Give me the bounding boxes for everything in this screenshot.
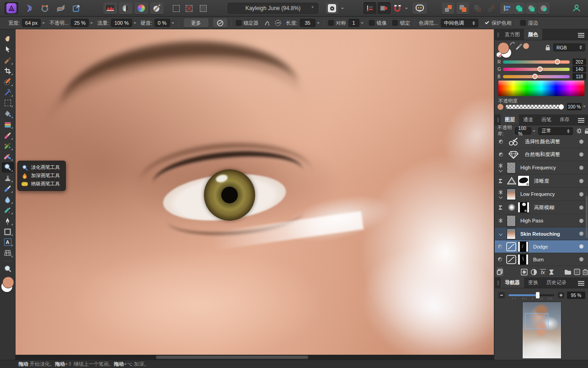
tab-channels[interactable]: 通道 bbox=[519, 114, 537, 125]
adjustment-layer-button[interactable] bbox=[530, 269, 537, 276]
layer-mask-thumbnail[interactable] bbox=[518, 254, 529, 265]
lock-icon[interactable] bbox=[545, 44, 551, 51]
liquify-persona-icon[interactable] bbox=[22, 2, 36, 14]
select-all-marquee-icon[interactable] bbox=[170, 2, 182, 14]
tab-layers[interactable]: 图层 bbox=[501, 114, 519, 125]
zoom-out-button[interactable] bbox=[498, 292, 505, 298]
layer-thumbnail[interactable] bbox=[518, 202, 529, 213]
blend-mode-select[interactable]: 正常 bbox=[538, 127, 573, 135]
flood-select-tool[interactable] bbox=[2, 87, 14, 97]
tab-history[interactable]: 历史记录 bbox=[542, 277, 571, 288]
move-backward-icon[interactable] bbox=[471, 2, 484, 14]
auto-contrast-icon[interactable] bbox=[119, 2, 133, 14]
symmetry-value[interactable]: 1 bbox=[348, 19, 359, 27]
move-tool[interactable] bbox=[2, 44, 14, 54]
hardness-dropdown-icon[interactable] bbox=[171, 22, 174, 24]
snapping-magnet-icon[interactable] bbox=[391, 2, 403, 14]
auto-levels-icon[interactable] bbox=[103, 2, 117, 14]
assistant-robot-icon[interactable] bbox=[412, 2, 427, 14]
boolean-add-icon[interactable] bbox=[513, 2, 525, 14]
layer-visibility-toggle[interactable] bbox=[579, 166, 583, 170]
layer-row-skin-retouching[interactable]: Skin Retouching bbox=[495, 227, 588, 240]
layers-panel-menu-icon[interactable] bbox=[578, 118, 584, 123]
marquee-selection-tool[interactable] bbox=[2, 98, 14, 108]
brush-settings-button[interactable] bbox=[213, 18, 227, 27]
erase-brush-tool[interactable] bbox=[2, 152, 14, 162]
tab-brushes[interactable]: 画笔 bbox=[537, 114, 556, 125]
layer-thumbnail[interactable] bbox=[507, 228, 516, 239]
layer-visibility-toggle[interactable] bbox=[579, 232, 583, 236]
length-value[interactable]: 35 bbox=[300, 19, 315, 27]
colour-mode-select[interactable]: RGB bbox=[553, 43, 585, 51]
colour-panel-menu-icon[interactable] bbox=[578, 33, 584, 38]
layer-mask-thumbnail[interactable] bbox=[518, 241, 529, 252]
pen-tool[interactable] bbox=[2, 216, 14, 226]
layer-row-vibrance[interactable]: 自然饱和度调整 bbox=[495, 148, 588, 161]
layer-thumbnail[interactable] bbox=[507, 215, 516, 227]
hardness-value[interactable]: 0 % bbox=[155, 19, 170, 27]
document-canvas[interactable] bbox=[16, 29, 494, 355]
opacity-value[interactable]: 100 % bbox=[567, 103, 582, 110]
document-title[interactable]: Kayleigh June (94.8%) * bbox=[228, 3, 318, 14]
layers-opacity-dropdown-icon[interactable] bbox=[533, 130, 535, 132]
colour-replacement-brush-tool[interactable] bbox=[2, 141, 14, 151]
layer-row-dodge[interactable]: Dodge bbox=[495, 240, 588, 253]
move-forward-icon[interactable] bbox=[456, 2, 469, 14]
layers-scrollbar[interactable] bbox=[586, 196, 588, 238]
paint-brush-tool[interactable] bbox=[2, 130, 14, 141]
auto-colours-icon[interactable] bbox=[134, 2, 148, 14]
zoom-tool[interactable] bbox=[2, 264, 14, 274]
layer-thumbnail[interactable] bbox=[507, 189, 516, 200]
length-dropdown-icon[interactable] bbox=[317, 22, 320, 24]
layer-thumbnail[interactable] bbox=[518, 175, 529, 186]
brush-preview-dropdown[interactable] bbox=[339, 2, 346, 14]
protect-hue-checkbox[interactable] bbox=[484, 20, 489, 26]
layer-row-high-pass[interactable]: High Pass bbox=[495, 214, 588, 227]
window-stabilizer-icon[interactable] bbox=[274, 19, 282, 27]
zoom-slider-handle[interactable] bbox=[536, 292, 540, 298]
expand-chevron-icon[interactable] bbox=[499, 168, 502, 172]
layer-row-selective-colour[interactable]: 选择性颜色调整 bbox=[495, 135, 588, 148]
undo-brush-tool[interactable] bbox=[2, 184, 14, 194]
navigator-panel-menu-icon[interactable] bbox=[578, 281, 584, 286]
zoom-slider-track[interactable] bbox=[508, 294, 554, 296]
smudge-tool[interactable] bbox=[2, 205, 14, 215]
wet-edges-checkbox[interactable] bbox=[520, 20, 526, 26]
green-slider-track[interactable] bbox=[503, 68, 570, 71]
group-layers-button[interactable] bbox=[564, 269, 572, 275]
layer-effects-fx-button[interactable]: fx bbox=[540, 269, 546, 275]
colour-picker-icon[interactable] bbox=[516, 43, 523, 50]
tonal-range-select[interactable]: 中间色调 bbox=[441, 19, 478, 27]
blue-slider-track[interactable] bbox=[503, 75, 570, 78]
horizontal-scrollbar[interactable] bbox=[156, 356, 308, 359]
layers-opacity-value[interactable]: 100 % bbox=[515, 127, 531, 135]
alignment-icon[interactable] bbox=[500, 2, 514, 14]
tab-stock[interactable]: 库存 bbox=[556, 114, 574, 125]
delete-layer-trash-button[interactable] bbox=[583, 269, 588, 275]
move-to-back-icon[interactable] bbox=[485, 2, 497, 14]
flyout-item-sponge[interactable]: 艳吸画笔工具 bbox=[18, 180, 65, 188]
rope-stabilizer-icon[interactable]: 9 bbox=[263, 19, 271, 27]
blue-value[interactable]: 118 bbox=[572, 73, 586, 80]
selection-brush-tool[interactable] bbox=[2, 77, 14, 87]
tab-transform[interactable]: 变换 bbox=[524, 277, 542, 288]
blur-tool[interactable] bbox=[2, 195, 14, 205]
flood-fill-tool[interactable] bbox=[2, 109, 14, 119]
boolean-intersect-icon[interactable] bbox=[538, 2, 550, 14]
colour-spectrum[interactable] bbox=[498, 81, 584, 96]
opacity-slider-handle[interactable] bbox=[558, 104, 564, 110]
opacity-slider-track[interactable] bbox=[506, 105, 563, 109]
crop-tool[interactable] bbox=[2, 66, 14, 76]
red-slider-track[interactable] bbox=[503, 60, 570, 64]
snapping-candidates-icon[interactable] bbox=[378, 2, 390, 14]
more-button[interactable]: 更多 bbox=[184, 18, 208, 27]
layer-visibility-toggle[interactable] bbox=[579, 152, 583, 157]
blue-slider-handle[interactable] bbox=[532, 74, 538, 79]
flow-dropdown-icon[interactable] bbox=[134, 22, 136, 24]
brush-preview-button[interactable] bbox=[326, 2, 338, 14]
flyout-item-dodge[interactable]: 淡化画笔工具 bbox=[18, 163, 65, 172]
snapping-guides-icon[interactable] bbox=[363, 2, 376, 14]
colour-swatches[interactable] bbox=[1, 276, 15, 292]
green-value[interactable]: 140 bbox=[572, 66, 586, 72]
tab-navigator[interactable]: 导航器 bbox=[501, 277, 524, 288]
